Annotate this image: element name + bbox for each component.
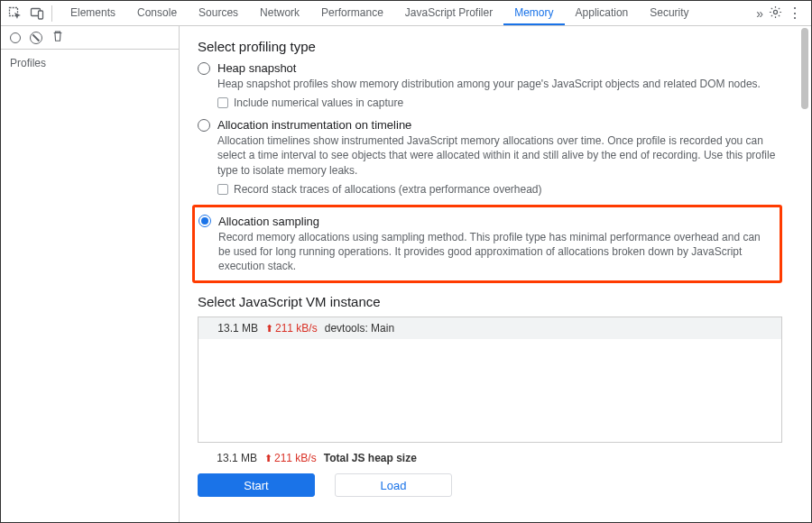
checkbox-icon[interactable] xyxy=(217,184,228,195)
option-title: Allocation sampling xyxy=(218,215,319,228)
tab-javascript-profiler[interactable]: JavaScript Profiler xyxy=(394,1,503,25)
tab-performance[interactable]: Performance xyxy=(310,1,394,25)
sidebar-category-profiles[interactable]: Profiles xyxy=(1,50,179,77)
option-desc: Record memory allocations using sampling… xyxy=(218,230,772,274)
subopt-label: Include numerical values in capture xyxy=(234,96,403,109)
tab-sources[interactable]: Sources xyxy=(188,1,249,25)
settings-icon[interactable] xyxy=(769,5,782,22)
checkbox-icon[interactable] xyxy=(217,97,228,108)
up-arrow-icon: ⬆ xyxy=(264,453,272,464)
main-split: Profiles Select profiling type Heap snap… xyxy=(1,26,811,522)
kebab-menu-icon[interactable]: ⋮ xyxy=(788,6,802,21)
option-desc: Heap snapshot profiles show memory distr… xyxy=(217,77,782,91)
option-subopt[interactable]: Include numerical values in capture xyxy=(217,96,782,109)
more-tabs-icon[interactable]: » xyxy=(756,6,763,21)
profiling-option-heap-snapshot[interactable]: Heap snapshot Heap snapshot profiles sho… xyxy=(198,61,782,109)
sidebar: Profiles xyxy=(1,26,180,522)
vm-section-title: Select JavaScript VM instance xyxy=(198,294,782,309)
vm-totals-row: 13.1 MB ⬆211 kB/s Total JS heap size xyxy=(198,452,782,464)
total-size: 13.1 MB xyxy=(207,452,257,464)
tab-console[interactable]: Console xyxy=(126,1,188,25)
devtools-tabbar: Elements Console Sources Network Perform… xyxy=(1,1,811,26)
profiling-section-title: Select profiling type xyxy=(198,39,782,54)
tab-security[interactable]: Security xyxy=(639,1,699,25)
delete-icon[interactable] xyxy=(51,30,64,45)
inspect-element-icon[interactable] xyxy=(5,3,26,24)
vm-size: 13.1 MB xyxy=(208,322,258,335)
divider xyxy=(51,5,52,22)
vm-rate: ⬆211 kB/s xyxy=(265,322,318,335)
radio-icon[interactable] xyxy=(198,62,210,75)
total-label: Total JS heap size xyxy=(324,452,417,464)
tab-memory[interactable]: Memory xyxy=(503,1,564,25)
device-toolbar-icon[interactable] xyxy=(26,3,48,24)
radio-icon[interactable] xyxy=(198,119,210,132)
option-desc: Allocation timelines show instrumented J… xyxy=(217,133,782,178)
profiling-option-allocation-timeline[interactable]: Allocation instrumentation on timeline A… xyxy=(198,118,782,196)
vm-label: devtools: Main xyxy=(325,322,394,335)
record-icon[interactable] xyxy=(10,32,21,43)
vm-instance-row[interactable]: 13.1 MB ⬆211 kB/s devtools: Main xyxy=(198,317,781,339)
sidebar-toolbar xyxy=(1,26,179,50)
option-title: Allocation instrumentation on timeline xyxy=(217,118,411,132)
tab-network[interactable]: Network xyxy=(249,1,310,25)
start-button[interactable]: Start xyxy=(198,473,315,497)
option-title: Heap snapshot xyxy=(217,61,296,75)
svg-point-3 xyxy=(773,10,777,14)
content-pane: Select profiling type Heap snapshot Heap… xyxy=(180,26,811,522)
vertical-scrollbar[interactable] xyxy=(800,28,809,520)
tab-elements[interactable]: Elements xyxy=(60,1,126,25)
vm-instance-list: 13.1 MB ⬆211 kB/s devtools: Main xyxy=(198,317,782,443)
profiling-option-allocation-sampling[interactable]: Allocation sampling Record memory alloca… xyxy=(198,215,772,274)
option-subopt[interactable]: Record stack traces of allocations (extr… xyxy=(217,183,782,196)
svg-rect-2 xyxy=(39,11,43,19)
subopt-label: Record stack traces of allocations (extr… xyxy=(234,183,542,196)
up-arrow-icon: ⬆ xyxy=(265,323,273,335)
load-button[interactable]: Load xyxy=(335,473,452,497)
scrollbar-thumb[interactable] xyxy=(801,28,808,109)
clear-icon[interactable] xyxy=(30,32,42,44)
total-rate: ⬆211 kB/s xyxy=(264,452,317,464)
panel-tabs: Elements Console Sources Network Perform… xyxy=(60,1,756,25)
radio-icon[interactable] xyxy=(198,215,211,227)
annotation-highlight: Allocation sampling Record memory alloca… xyxy=(192,205,782,284)
tab-application[interactable]: Application xyxy=(565,1,640,25)
